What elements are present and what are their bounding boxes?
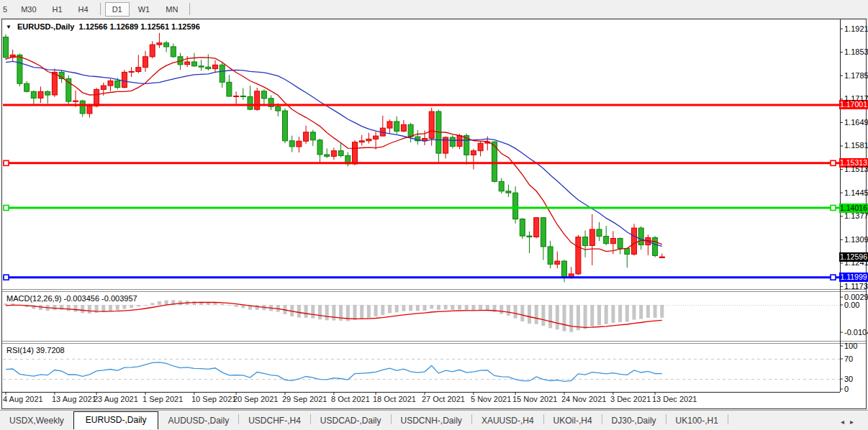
macd-bar <box>235 305 238 307</box>
candle-body <box>359 141 364 142</box>
macd-bar <box>178 301 182 305</box>
hline-handle[interactable] <box>831 206 836 211</box>
macd-bar <box>416 305 420 311</box>
candle-body <box>31 91 36 98</box>
macd-bar <box>605 305 608 324</box>
candle-body <box>17 55 22 83</box>
macd-bar <box>109 305 112 311</box>
candle-body <box>659 257 664 257</box>
macd-bar <box>116 305 119 311</box>
macd-bar <box>548 305 552 328</box>
candle-body <box>310 132 315 140</box>
macd-bar <box>639 305 643 319</box>
tab-separator <box>728 414 728 424</box>
macd-bar <box>611 305 615 323</box>
tabs-scroll-right-icon[interactable]: ▸ <box>850 418 859 426</box>
tabs-scroll-left-icon[interactable]: ◂ <box>841 418 850 426</box>
macd-bar <box>130 305 133 308</box>
candle-body <box>171 47 176 57</box>
candle-body <box>255 91 260 109</box>
tab-usdcad-daily[interactable]: USDCAD-,Daily <box>311 413 391 429</box>
tab-audusd-daily[interactable]: AUDUSD-,Daily <box>158 413 238 429</box>
macd-bar <box>122 305 126 309</box>
candle-body <box>297 141 302 147</box>
candle-body <box>234 96 239 97</box>
candle-body <box>338 151 343 156</box>
chart-window-frame <box>2 19 867 409</box>
macd-bar <box>458 305 461 309</box>
macd-bar <box>618 305 622 322</box>
macd-bar <box>486 305 489 310</box>
hline-handle[interactable] <box>831 160 836 165</box>
chart-canvas[interactable] <box>0 0 868 430</box>
macd-bar <box>144 305 148 306</box>
macd-bar <box>597 305 601 325</box>
candle-body <box>4 37 9 58</box>
candle-body <box>506 191 511 193</box>
tab-uk100-h1[interactable]: UK100-,H1 <box>666 413 728 429</box>
macd-bar <box>304 305 308 318</box>
candle-body <box>534 218 539 237</box>
candle-body <box>478 143 483 151</box>
macd-bar <box>81 305 84 313</box>
candle-body <box>80 101 85 114</box>
candle-body <box>513 193 518 219</box>
candle-body <box>24 83 30 91</box>
macd-bar <box>430 305 433 308</box>
macd-bar <box>584 305 587 329</box>
macd-bar <box>541 305 545 326</box>
candle-body <box>129 71 134 72</box>
hline-handle[interactable] <box>831 275 836 280</box>
candle-body <box>625 248 630 254</box>
macd-bar <box>256 305 259 310</box>
candle-body <box>206 67 211 68</box>
candle-body <box>115 81 120 87</box>
candle-body <box>199 66 204 67</box>
candle-body <box>366 139 371 140</box>
macd-bar <box>660 305 664 318</box>
macd-bar <box>395 305 399 312</box>
macd-bar <box>507 305 510 316</box>
candle-body <box>653 238 658 256</box>
macd-bar <box>409 305 412 311</box>
tab-dj30-daily[interactable]: DJ30-,Daily <box>602 413 666 429</box>
candle-body <box>450 137 455 147</box>
macd-bar <box>479 305 482 310</box>
candle-body <box>353 142 358 164</box>
candle-body <box>408 124 413 137</box>
hline-handle[interactable] <box>4 275 9 280</box>
hline-handle[interactable] <box>4 206 9 211</box>
tab-usdcnh-daily[interactable]: USDCNH-,Daily <box>392 413 471 429</box>
macd-bar <box>192 301 196 305</box>
macd-bar <box>311 305 315 319</box>
candle-body <box>583 237 588 246</box>
candle-body <box>87 106 92 114</box>
tabs-scroll-arrows: ◂▸ <box>841 418 859 426</box>
macd-bar <box>423 305 427 311</box>
tab-usdx-weekly[interactable]: USDX,Weekly <box>0 413 73 429</box>
macd-bar <box>318 305 322 319</box>
terminal-stage: 5M30H1H4D1W1MN ▼ EURUSD-,Daily 1.12566 1… <box>0 0 868 430</box>
macd-bar <box>353 305 357 320</box>
candle-body <box>38 91 43 98</box>
macd-bar <box>53 305 56 310</box>
macd-bar <box>325 305 329 320</box>
candle-body <box>499 181 504 191</box>
tab-eurusd-daily[interactable]: EURUSD-,Daily <box>73 411 159 429</box>
tab-xauusd-h4[interactable]: XAUUSD-,H4 <box>472 413 543 429</box>
hline-handle[interactable] <box>4 160 9 165</box>
tab-ukoil-h4[interactable]: UKOil-,H4 <box>544 413 602 429</box>
candle-body <box>401 124 406 131</box>
candle-body <box>289 141 294 147</box>
tab-usdchf-h4[interactable]: USDCHF-,H4 <box>239 413 310 429</box>
candle-body <box>520 219 525 237</box>
macd-bar <box>32 305 35 309</box>
candle-body <box>304 132 309 142</box>
candle-body <box>562 261 567 278</box>
candle-body <box>325 155 330 156</box>
macd-bar <box>528 305 531 324</box>
candle-body <box>143 57 148 68</box>
macd-bar <box>88 305 91 314</box>
candle-body <box>101 86 106 89</box>
candle-body <box>122 72 127 87</box>
